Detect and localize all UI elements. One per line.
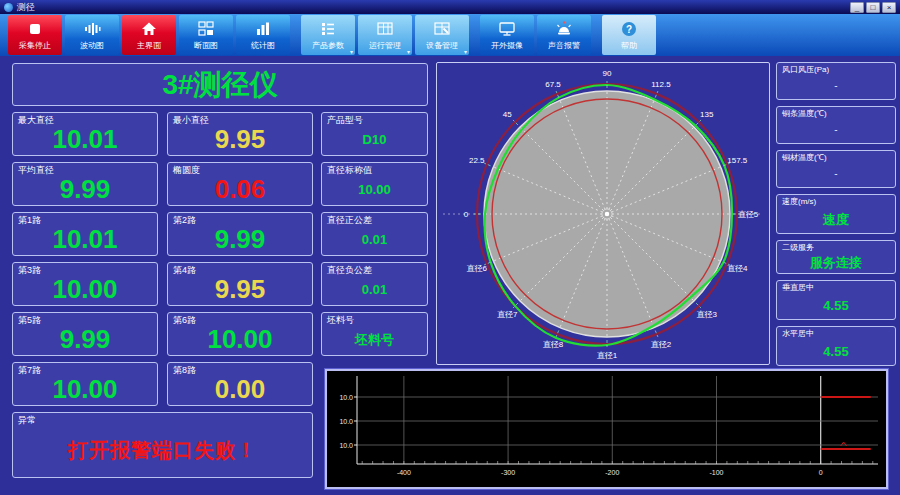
svg-text:22.5: 22.5 xyxy=(469,156,485,165)
metric-value: 10.00 xyxy=(18,375,152,403)
status-value: - xyxy=(782,163,890,185)
metric-value: 10.00 xyxy=(173,325,307,353)
sound-alarm-button[interactable]: 声音报警 xyxy=(537,15,591,55)
close-button[interactable]: × xyxy=(882,2,896,13)
polar-chart: 022.54567.590112.5135157.5直径5直径4直径3直径2直径… xyxy=(437,63,769,364)
svg-text:135: 135 xyxy=(700,110,714,119)
metric-value: 0.01 xyxy=(327,275,422,303)
gauge-title-box: 3#测径仪 xyxy=(12,63,428,106)
metric-value: 0.00 xyxy=(173,375,307,403)
svg-text:0: 0 xyxy=(819,469,823,476)
metric-label: 直径标称值 xyxy=(327,165,422,175)
abnormal-status-box: 异常 打开报警端口失败！ xyxy=(12,412,313,478)
metric-cell-path7: 第7路10.00 xyxy=(12,362,158,406)
svg-text:直径3: 直径3 xyxy=(696,310,717,319)
status-cell-speed: 速度(m/s)速度 xyxy=(776,194,896,234)
toolbar-button-label: 波动图 xyxy=(80,40,104,51)
svg-text:?: ? xyxy=(626,23,632,34)
window-controls: _ □ × xyxy=(850,2,896,13)
section-view-button[interactable]: 断面图 xyxy=(179,15,233,55)
metric-value: 9.99 xyxy=(18,325,152,353)
svg-text:90: 90 xyxy=(603,69,612,78)
product-params-button[interactable]: 产品参数 ▾ xyxy=(301,15,355,55)
svg-text:直径5: 直径5 xyxy=(738,210,759,219)
status-cell-level2-service: 二级服务服务连接 xyxy=(776,240,896,274)
status-label: 水平居中 xyxy=(782,329,890,339)
toolbar-button-label: 开外摄像 xyxy=(491,40,523,51)
metric-value: D10 xyxy=(327,125,422,153)
status-label: 铜材温度(℃) xyxy=(782,153,890,163)
metric-cell-ovality: 椭圆度0.06 xyxy=(167,162,313,206)
svg-text:-100: -100 xyxy=(709,469,723,476)
toolbar-button-label: 产品参数 xyxy=(312,40,344,51)
status-value: 速度 xyxy=(782,207,890,231)
svg-text:0: 0 xyxy=(464,210,469,219)
app-window: 测径 _ □ × 采集停止 波动图 主界面 断面图 统计图 xyxy=(0,0,900,495)
metric-label: 直径正公差 xyxy=(327,215,422,225)
help-button[interactable]: ? 帮助 xyxy=(602,15,656,55)
polar-chart-panel: 022.54567.590112.5135157.5直径5直径4直径3直径2直径… xyxy=(436,62,770,365)
abnormal-label: 异常 xyxy=(18,415,307,425)
fluctuation-view-button[interactable]: 波动图 xyxy=(65,15,119,55)
metric-value: 10.01 xyxy=(18,125,152,153)
table-icon xyxy=(376,20,394,38)
trend-chart: 10.010.010.0-400-300-200-1000 xyxy=(327,371,886,487)
run-management-button[interactable]: 运行管理 ▾ xyxy=(358,15,412,55)
metric-value: 10.00 xyxy=(18,275,152,303)
metric-value: 坯料号 xyxy=(327,325,422,353)
metric-cell-avg-diameter: 平均直径9.99 xyxy=(12,162,158,206)
svg-text:157.5: 157.5 xyxy=(727,156,748,165)
status-label: 垂直居中 xyxy=(782,283,890,293)
svg-text:直径4: 直径4 xyxy=(727,264,748,273)
metric-value: 9.95 xyxy=(173,125,307,153)
grid-edit-icon xyxy=(433,20,451,38)
svg-text:10.0: 10.0 xyxy=(339,394,353,401)
main-view-button[interactable]: 主界面 xyxy=(122,15,176,55)
app-icon xyxy=(4,3,13,12)
svg-text:直径6: 直径6 xyxy=(467,264,488,273)
toolbar-button-label: 断面图 xyxy=(194,40,218,51)
toolbar-button-label: 采集停止 xyxy=(19,40,51,51)
metric-value: 9.99 xyxy=(173,225,307,253)
toolbar-button-label: 统计图 xyxy=(251,40,275,51)
svg-text:-400: -400 xyxy=(397,469,411,476)
metric-cell-path6: 第6路10.00 xyxy=(167,312,313,356)
list-icon xyxy=(319,20,337,38)
alarm-icon xyxy=(555,20,573,38)
toolbar: 采集停止 波动图 主界面 断面图 统计图 产品参数 ▾ 运行管理 ▾ xyxy=(0,14,900,56)
metric-cell-path2: 第2路9.99 xyxy=(167,212,313,256)
maximize-button[interactable]: □ xyxy=(866,2,880,13)
home-icon xyxy=(140,20,158,38)
minimize-button[interactable]: _ xyxy=(850,2,864,13)
metric-cell-min-diameter: 最小直径9.95 xyxy=(167,112,313,156)
status-cell-strip-temperature: 铜条温度(℃)- xyxy=(776,106,896,144)
status-value: 4.55 xyxy=(782,339,890,363)
svg-text:112.5: 112.5 xyxy=(651,80,671,89)
abnormal-message: 打开报警端口失败！ xyxy=(18,425,307,475)
svg-text:直径8: 直径8 xyxy=(543,340,564,349)
svg-text:10.0: 10.0 xyxy=(339,418,353,425)
statistics-view-button[interactable]: 统计图 xyxy=(236,15,290,55)
status-label: 铜条温度(℃) xyxy=(782,109,890,119)
status-label: 风口风压(Pa) xyxy=(782,65,890,75)
svg-text:-300: -300 xyxy=(501,469,515,476)
stop-acquisition-button[interactable]: 采集停止 xyxy=(8,15,62,55)
metric-cell-plus-tolerance: 直径正公差0.01 xyxy=(321,212,428,256)
metric-cell-path4: 第4路9.95 xyxy=(167,262,313,306)
status-cell-air-pressure: 风口风压(Pa)- xyxy=(776,62,896,100)
device-management-button[interactable]: 设备管理 ▾ xyxy=(415,15,469,55)
status-label: 二级服务 xyxy=(782,243,890,253)
metric-cell-nominal-diameter: 直径标称值10.00 xyxy=(321,162,428,206)
external-camera-button[interactable]: 开外摄像 xyxy=(480,15,534,55)
gauge-title: 3#测径仪 xyxy=(162,66,277,104)
status-label: 速度(m/s) xyxy=(782,197,890,207)
status-value: - xyxy=(782,75,890,97)
metric-value: 10.01 xyxy=(18,225,152,253)
metric-cell-max-diameter: 最大直径10.01 xyxy=(12,112,158,156)
metric-value: 9.95 xyxy=(173,275,307,303)
titlebar: 测径 _ □ × xyxy=(0,0,900,14)
metric-label: 直径负公差 xyxy=(327,265,422,275)
svg-text:45: 45 xyxy=(503,110,512,119)
metric-label: 坯料号 xyxy=(327,315,422,325)
metric-value: 0.06 xyxy=(173,175,307,203)
